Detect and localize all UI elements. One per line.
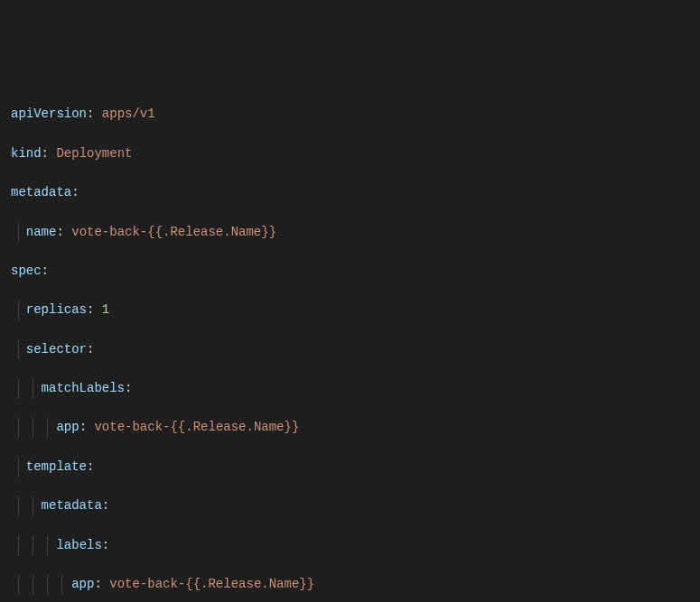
yaml-key: app [56,420,79,434]
yaml-key: matchLabels [42,381,125,395]
yaml-value: apps/v1 [102,107,155,121]
yaml-key: metadata [42,498,102,513]
code-line: metadata: [11,183,689,203]
code-line: labels: [11,536,689,556]
yaml-number: 1 [102,302,109,317]
code-line: app: vote-back-{{.Release.Name}} [11,418,689,438]
yaml-key: selector [26,342,87,357]
yaml-key: template [26,459,87,474]
yaml-key: apiVersion [11,107,87,121]
code-line: app: vote-back-{{.Release.Name}} [11,575,689,595]
code-line: replicas: 1 [11,301,689,320]
yaml-key: app [71,577,94,591]
code-line: spec: [11,262,689,282]
yaml-key: name [26,225,57,239]
yaml-key: metadata [11,185,71,199]
code-line: template: [11,458,689,477]
code-line: matchLabels: [11,379,689,399]
yaml-value: Deployment [56,146,132,161]
code-line: metadata: [11,496,689,516]
code-line: selector: [11,340,689,360]
yaml-value: vote-back-{{.Release.Name}} [94,420,299,434]
yaml-key: kind [11,146,42,161]
yaml-key: replicas [26,302,87,317]
code-line: kind: Deployment [11,144,689,164]
yaml-value: vote-back-{{.Release.Name}} [71,225,276,239]
yaml-key: labels [56,538,101,552]
code-line: name: vote-back-{{.Release.Name}} [11,223,689,243]
yaml-value: vote-back-{{.Release.Name}} [109,577,314,591]
code-block: apiVersion: apps/v1 kind: Deployment met… [11,86,689,602]
yaml-key: spec [11,264,42,278]
code-line: apiVersion: apps/v1 [11,105,689,125]
